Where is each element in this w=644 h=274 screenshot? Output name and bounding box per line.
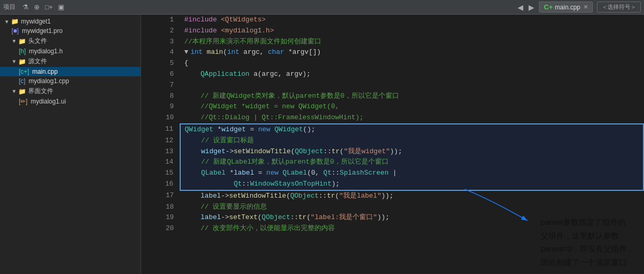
table-row: 4▼int main(int argc, char *argv[])	[141, 47, 643, 58]
token-type: SplashScreen	[339, 169, 389, 177]
tree-expand-icon: ▼	[11, 59, 17, 64]
file-icon-cppmain: [c+]	[19, 68, 29, 75]
table-row: 11QWidget *widget = new QWidget();	[141, 124, 643, 135]
table-row: 1#include <QtWidgets>	[141, 15, 643, 26]
line-number: 5	[141, 58, 180, 69]
sidebar-item-maincpp[interactable]: [c+] main.cpp	[0, 67, 140, 76]
sidebar-item-pro[interactable]: [■] mywidget1.pro	[0, 26, 140, 36]
sidebar-item-label: mywidget1.pro	[22, 27, 63, 35]
line-content: // 设置窗口标题	[180, 135, 643, 146]
table-row: 2#include <mydialog1.h>	[141, 26, 643, 37]
nav-back-btn[interactable]: ◀	[515, 2, 526, 13]
nav-forward-btn[interactable]: ▶	[526, 2, 537, 13]
token-op: a(argc, argv);	[250, 70, 311, 78]
folder-icon: 📁	[11, 18, 19, 25]
sidebar-item-sources[interactable]: ▼ 📁 源文件	[0, 56, 140, 67]
file-icon-ui: [✏]	[19, 98, 28, 105]
token-type: QObject	[290, 192, 319, 200]
token-fn: main	[207, 48, 223, 56]
token-fn: tr	[327, 192, 335, 200]
line-number: 7	[141, 80, 180, 91]
file-icon-pro: [■]	[11, 27, 19, 35]
token-var: label	[233, 169, 254, 177]
token-op: ::	[323, 147, 332, 155]
line-number: 1	[141, 15, 180, 26]
tab-close-icon[interactable]: ✕	[583, 4, 588, 10]
token-op	[184, 102, 201, 110]
line-content: #include <QtWidgets>	[180, 15, 643, 26]
table-row: 3//本程序用来演示不用界面文件如何创建窗口	[141, 37, 643, 48]
token-cm: //QWidget *widget = new QWidget(0,	[201, 102, 339, 110]
code-table: 1#include <QtWidgets>2#include <mydialog…	[141, 15, 644, 234]
line-number: 16	[141, 179, 180, 190]
table-row: 14 // 新建QLabel对象，默认parent参数是0，所以它是个窗口	[141, 157, 643, 168]
token-op: (	[307, 213, 311, 221]
token-op	[217, 16, 221, 24]
line-number: 11	[141, 124, 180, 135]
link-btn[interactable]: ⊕	[32, 2, 42, 12]
sidebar-item-headers[interactable]: ▼ 📁 头文件	[0, 36, 140, 47]
expand-btn[interactable]: ▣	[56, 2, 66, 12]
line-number: 12	[141, 135, 180, 146]
annotation-text: parent参数指定了组件的 父组件，这里默认参数 parent=0，即没有父组…	[541, 215, 635, 269]
token-var: label	[201, 213, 221, 221]
add-btn[interactable]: □+	[43, 2, 55, 12]
table-row: 15 QLabel *label = new QLabel(0, Qt::Spl…	[141, 168, 643, 179]
table-row: 5{	[141, 58, 643, 69]
sidebar-item-label: 源文件	[28, 57, 47, 66]
tree-expand-icon: ▼	[11, 88, 17, 94]
token-pp: #include	[184, 27, 217, 35]
sidebar-item-root[interactable]: ▼ 📁 mywidget1	[0, 17, 140, 26]
token-op: ::	[242, 180, 250, 188]
token-cm: //Qt::Dialog | Qt::FramelessWindowHint);	[201, 113, 364, 121]
sidebar-item-label: main.cpp	[32, 68, 58, 75]
tree-expand-icon: ▼	[4, 19, 9, 25]
token-op: );	[332, 180, 340, 188]
line-content: #include <mydialog1.h>	[180, 26, 643, 37]
token-cm: // 新建QWidget类对象，默认parent参数是0，所以它是个窗口	[201, 92, 399, 100]
token-op	[203, 48, 207, 56]
sidebar-item-forms[interactable]: ▼ 📁 界面文件	[0, 86, 140, 97]
sidebar-item-mydialog1h[interactable]: [h] mydialog1.h	[0, 47, 140, 56]
token-fn: setWindowTitle	[229, 192, 286, 200]
token-type: QLabel	[283, 169, 307, 177]
token-op	[184, 70, 201, 78]
table-row: 18 // 设置要显示的信息	[141, 202, 643, 213]
token-op: argc,	[239, 48, 268, 56]
tree-expand-icon: ▼	[11, 38, 17, 44]
annotation-box: parent参数指定了组件的 父组件，这里默认参数 parent=0，即没有父组…	[541, 215, 635, 269]
token-type: QWidget	[185, 125, 214, 133]
line-content: // 新建QLabel对象，默认parent参数是0，所以它是个窗口	[180, 157, 643, 168]
token-kw: int	[191, 48, 203, 56]
token-op: ->	[221, 213, 229, 221]
file-tab-name: main.cpp	[555, 4, 580, 11]
line-content: {	[180, 58, 643, 69]
token-op	[184, 224, 201, 232]
token-cm: // 设置要显示的信息	[201, 203, 267, 211]
file-tab[interactable]: C+ main.cpp ✕	[539, 2, 593, 13]
symbol-selector[interactable]: ＜选择符号＞	[597, 2, 641, 13]
table-row: 10 //Qt::Dialog | Qt::FramelessWindowHin…	[141, 112, 643, 124]
table-row: 9 //QWidget *widget = new QWidget(0,	[141, 101, 643, 112]
sidebar-item-label: 头文件	[28, 37, 47, 45]
line-content: ▼int main(int argc, char *argv[])	[180, 47, 643, 58]
token-type: Qt	[233, 180, 242, 188]
sidebar-item-mydialog1cpp[interactable]: [c] mydialog1.cpp	[0, 76, 140, 86]
collapse-arrow[interactable]: ▼	[184, 48, 189, 56]
token-str: "我是widget"	[344, 147, 390, 155]
token-var: label	[201, 192, 221, 200]
token-op	[217, 27, 221, 35]
table-row: 8 // 新建QWidget类对象，默认parent参数是0，所以它是个窗口	[141, 91, 643, 102]
token-op	[278, 169, 283, 177]
token-op: ));	[381, 192, 393, 200]
line-content: QWidget *widget = new QWidget();	[180, 124, 643, 135]
token-op	[185, 147, 201, 155]
token-op: |	[389, 169, 397, 177]
line-number: 9	[141, 101, 180, 112]
token-op	[184, 203, 201, 211]
code-editor[interactable]: 1#include <QtWidgets>2#include <mydialog…	[141, 15, 644, 274]
token-var: widget	[201, 147, 226, 155]
sidebar-item-mydialog1ui[interactable]: [✏] mydialog1.ui	[0, 97, 140, 106]
filter-btn[interactable]: ⚗	[20, 2, 31, 12]
sidebar-item-label: mydialog1.h	[29, 48, 63, 55]
